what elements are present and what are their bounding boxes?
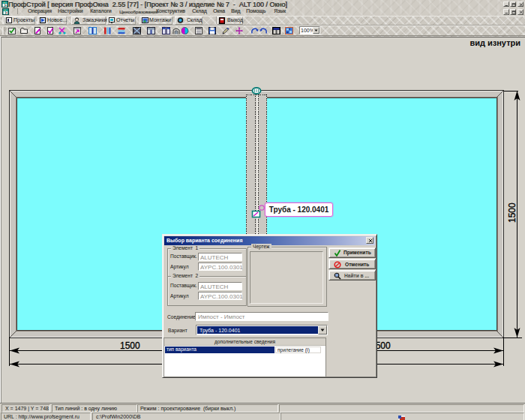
svg-text:1500: 1500 [507, 202, 518, 223]
svg-text:1500: 1500 [120, 340, 140, 351]
